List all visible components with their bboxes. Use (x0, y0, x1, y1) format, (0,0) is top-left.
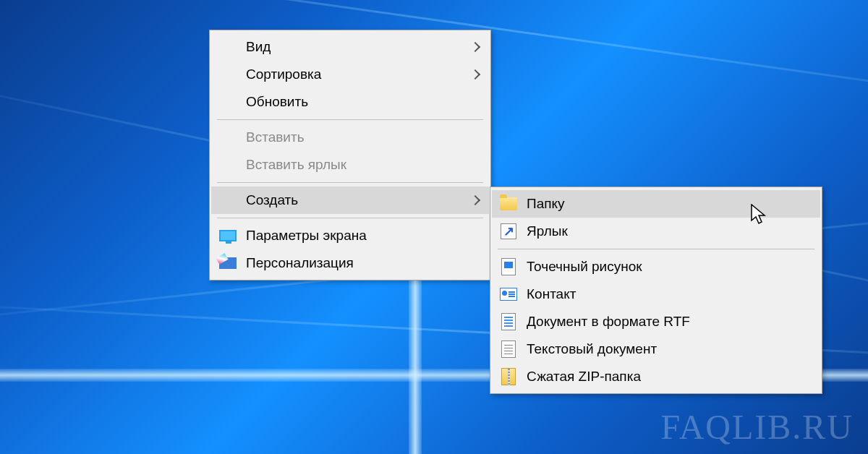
menu-label: Сортировка (246, 67, 466, 82)
chevron-right-icon (470, 42, 480, 52)
menu-separator (217, 218, 483, 218)
menu-item-paste-shortcut: Вставить ярлык (211, 151, 489, 179)
chevron-right-icon (470, 195, 480, 205)
menu-item-paste: Вставить (211, 124, 489, 151)
submenu-item-bitmap[interactable]: Точечный рисунок (492, 253, 820, 280)
menu-label: Создать (246, 192, 466, 208)
menu-separator (217, 119, 483, 120)
menu-item-sort[interactable]: Сортировка (211, 61, 489, 88)
desktop-context-menu: Вид Сортировка Обновить Вставить Вставит… (209, 30, 491, 280)
submenu-item-shortcut[interactable]: Ярлык (492, 218, 820, 245)
personalize-icon (218, 254, 237, 273)
menu-label: Контакт (527, 286, 810, 302)
menu-item-refresh[interactable]: Обновить (211, 88, 489, 116)
submenu-item-rtf[interactable]: Документ в формате RTF (492, 308, 820, 335)
menu-item-display-settings[interactable]: Параметры экрана (211, 222, 489, 249)
menu-label: Точечный рисунок (527, 259, 810, 275)
watermark-text: FAQLIB.RU (661, 407, 854, 447)
menu-item-view[interactable]: Вид (211, 33, 489, 61)
submenu-item-folder[interactable]: Папку (492, 190, 820, 218)
folder-icon (499, 194, 518, 213)
submenu-item-txt[interactable]: Текстовый документ (492, 335, 820, 363)
menu-label: Документ в формате RTF (527, 314, 810, 330)
menu-label: Вставить ярлык (246, 157, 479, 173)
chevron-right-icon (470, 69, 480, 80)
menu-item-personalize[interactable]: Персонализация (211, 249, 489, 277)
menu-label: Сжатая ZIP-папка (527, 369, 810, 385)
submenu-item-zip[interactable]: Сжатая ZIP-папка (492, 363, 820, 390)
create-submenu: Папку Ярлык Точечный рисунок Контакт Док… (490, 187, 822, 394)
shortcut-icon (499, 222, 518, 241)
menu-label: Персонализация (246, 255, 479, 271)
menu-label: Текстовый документ (527, 341, 810, 357)
menu-item-create[interactable]: Создать (211, 187, 489, 214)
menu-separator (498, 249, 814, 249)
submenu-item-contact[interactable]: Контакт (492, 280, 820, 308)
display-icon (218, 226, 237, 245)
zip-folder-icon (499, 367, 518, 386)
menu-label: Обновить (246, 94, 479, 110)
bitmap-icon (499, 257, 518, 276)
window-logo-bar (409, 266, 422, 454)
text-document-icon (499, 340, 518, 359)
menu-label: Папку (527, 196, 810, 212)
contact-icon (499, 285, 518, 304)
menu-label: Вид (246, 39, 466, 55)
menu-separator (217, 182, 483, 183)
menu-label: Вставить (246, 129, 479, 145)
menu-label: Параметры экрана (246, 228, 479, 244)
rtf-icon (499, 312, 518, 331)
menu-label: Ярлык (527, 223, 810, 239)
